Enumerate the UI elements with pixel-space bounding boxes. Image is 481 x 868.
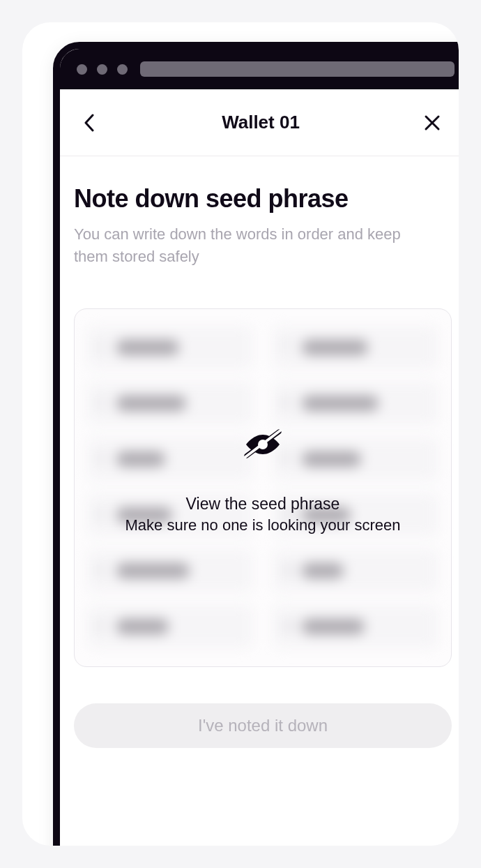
window-controls [77, 64, 128, 75]
browser-chrome [60, 49, 459, 89]
chevron-left-icon [84, 114, 95, 132]
address-bar[interactable] [140, 61, 455, 77]
subheading: You can write down the words in order an… [74, 223, 452, 268]
noted-button[interactable]: I've noted it down [74, 703, 452, 748]
device-frame: Wallet 01 Note down seed phrase You can … [22, 22, 459, 846]
content: Note down seed phrase You can write down… [60, 156, 459, 748]
eye-off-icon [241, 426, 284, 465]
browser-window: Wallet 01 Note down seed phrase You can … [53, 42, 459, 846]
heading: Note down seed phrase [74, 184, 452, 214]
minimize-window-icon[interactable] [97, 64, 107, 75]
reveal-subtitle: Make sure no one is looking your screen [125, 516, 401, 534]
maximize-window-icon[interactable] [117, 64, 128, 75]
close-button[interactable] [418, 109, 446, 137]
page-title: Wallet 01 [222, 112, 300, 133]
reveal-seed-button[interactable]: View the seed phrase Make sure no one is… [75, 309, 451, 666]
reveal-title: View the seed phrase [186, 495, 340, 514]
close-window-icon[interactable] [77, 64, 87, 75]
back-button[interactable] [75, 109, 103, 137]
close-icon [424, 114, 441, 131]
app-header: Wallet 01 [60, 89, 459, 156]
seed-phrase-card: 1 7 2 8 3 9 4 10 5 11 6 12 [74, 308, 452, 667]
